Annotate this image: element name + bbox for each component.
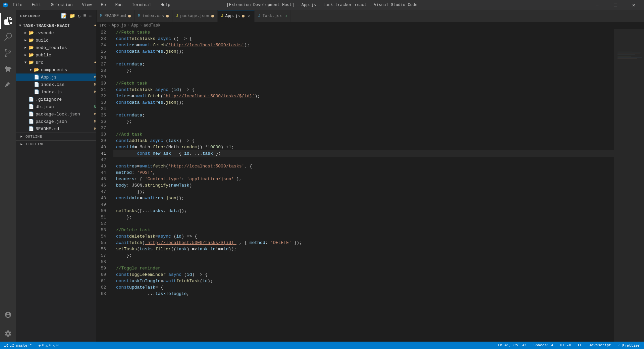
tab-readme[interactable]: M README.md: [97, 10, 135, 22]
menu-file[interactable]: File: [11, 1, 24, 9]
breadcrumb-appjs[interactable]: App.js: [112, 23, 126, 28]
breadcrumb: src › App.js › App › addTask: [97, 22, 644, 29]
code-line-53: //Delete task: [113, 227, 614, 233]
file-icon-appjs: 📄: [34, 74, 40, 80]
title-bar-title: [Extension Development Host] - App.js - …: [227, 3, 418, 7]
tree-item-node-modules[interactable]: ► 📂 node_modules: [16, 44, 96, 51]
tree-label-indexjs: index.js: [41, 90, 93, 95]
line-number-34: 34: [97, 106, 109, 112]
file-icon-readme: 📄: [28, 126, 34, 132]
line-number-61: 61: [97, 278, 109, 284]
title-bar: File Edit Selection View Go Run Terminal…: [0, 0, 644, 10]
minimize-button[interactable]: –: [590, 0, 605, 10]
activity-account[interactable]: [0, 307, 16, 323]
code-line-34: [113, 106, 614, 112]
activity-settings[interactable]: [0, 326, 16, 342]
tree-item-dbjson[interactable]: ► 📄 db.json U: [16, 103, 96, 110]
git-branch-icon: ⎇: [4, 343, 8, 348]
outline-section-header[interactable]: ► OUTLINE: [16, 133, 96, 140]
sidebar-header: EXPLORER 📝 📁 ↻ ≡ ⋯: [16, 10, 96, 22]
tree-item-readme[interactable]: ► 📄 README.md M: [16, 125, 96, 133]
activity-explorer[interactable]: [0, 13, 16, 29]
outline-label: OUTLINE: [25, 135, 42, 139]
line-number-46: 46: [97, 182, 109, 189]
tree-arrow-public: ►: [23, 53, 28, 57]
line-number-56: 56: [97, 246, 109, 252]
close-button[interactable]: ✕: [626, 0, 641, 10]
folder-icon-vscode: 📂: [28, 30, 34, 36]
activity-extensions[interactable]: [0, 77, 16, 93]
tree-root[interactable]: ▼ TASK-TRACKER-REACT ●: [16, 22, 96, 29]
line-number-37: 37: [97, 125, 109, 131]
code-line-40: const id = Math.floor(Math.random() * 10…: [113, 144, 614, 150]
status-cursor-position[interactable]: Ln 41, Col 41: [496, 342, 528, 349]
tree-item-appjs[interactable]: ► 📄 App.js M: [16, 73, 96, 81]
breadcrumb-app[interactable]: App: [131, 23, 139, 28]
tree-label-node-modules: node_modules: [36, 45, 96, 50]
menu-terminal[interactable]: Terminal: [130, 1, 153, 9]
tree-item-packagejson[interactable]: ► 📄 package.json M: [16, 118, 96, 125]
line-number-40: 40: [97, 144, 109, 150]
tree-item-vscode[interactable]: ► 📂 .vscode: [16, 29, 96, 37]
breadcrumb-addtask[interactable]: addTask: [144, 23, 160, 28]
tab-appjs[interactable]: J App.js ✕: [218, 10, 255, 22]
tree-label-appjs: App.js: [41, 75, 93, 80]
tree-label-public: public: [36, 53, 96, 58]
tab-indexcss[interactable]: M index.css: [135, 10, 172, 22]
tree-item-src[interactable]: ▼ 📂 src ●: [16, 59, 96, 66]
language-label: JavaScript: [589, 343, 611, 347]
title-bar-left: File Edit Selection View Go Run Terminal…: [3, 1, 172, 9]
code-line-41: const newTask = { id, ...task };: [113, 150, 614, 157]
timeline-section: ► TIMELINE: [16, 140, 96, 148]
code-line-49: [113, 201, 614, 208]
tree-item-packagelock[interactable]: ► 📄 package-lock.json M: [16, 110, 96, 118]
line-number-62: 62: [97, 284, 109, 291]
activity-run-debug[interactable]: [0, 61, 16, 77]
status-git-branch[interactable]: ⎇ ⎇ master*: [3, 342, 33, 349]
tab-close-appjs[interactable]: ✕: [247, 13, 251, 19]
tree-item-indexjs[interactable]: ► 📄 index.js M: [16, 88, 96, 96]
code-editor[interactable]: 2223242526272829303132333435363738394041…: [97, 29, 614, 342]
error-icon: ⊗: [39, 343, 41, 348]
tree-label-packagejson: package.json: [36, 119, 93, 124]
activity-search[interactable]: [0, 29, 16, 45]
line-number-31: 31: [97, 87, 109, 93]
timeline-section-header[interactable]: ► TIMELINE: [16, 141, 96, 148]
line-number-33: 33: [97, 99, 109, 106]
editor-area: 2223242526272829303132333435363738394041…: [97, 29, 644, 342]
breadcrumb-src[interactable]: src: [99, 23, 107, 28]
status-errors[interactable]: ⊗ 0 ⚠ 0 △ 0: [37, 342, 60, 349]
status-indentation[interactable]: Spaces: 4: [532, 342, 554, 349]
refresh-button[interactable]: ↻: [77, 12, 81, 19]
outline-arrow: ►: [19, 135, 24, 139]
tab-packagejson[interactable]: J package.json: [172, 10, 218, 22]
collapse-button[interactable]: ≡: [83, 12, 87, 19]
tree-item-indexcss[interactable]: ► 📄 index.css M: [16, 81, 96, 88]
status-line-ending[interactable]: LF: [577, 342, 584, 349]
menu-run[interactable]: Run: [113, 1, 125, 9]
activity-source-control[interactable]: [0, 45, 16, 61]
status-encoding[interactable]: UTF-8: [559, 342, 573, 349]
tree-item-public[interactable]: ► 📂 public: [16, 51, 96, 59]
menu-selection[interactable]: Selection: [49, 1, 75, 9]
menu-help[interactable]: Help: [159, 1, 172, 9]
status-prettier[interactable]: ✓ Prettier: [616, 342, 641, 349]
menu-go[interactable]: Go: [99, 1, 108, 9]
line-number-41: 41: [97, 150, 109, 157]
menu-edit[interactable]: Edit: [30, 1, 44, 9]
tab-taskjsx[interactable]: J Task.jsx U: [255, 10, 290, 22]
tree-item-build[interactable]: ► 📂 build: [16, 37, 96, 44]
tree-item-components[interactable]: ► 📂 components: [16, 66, 96, 73]
line-number-51: 51: [97, 214, 109, 220]
minimap-content: [614, 29, 644, 342]
status-language[interactable]: JavaScript: [588, 342, 612, 349]
main-layout: EXPLORER 📝 📁 ↻ ≡ ⋯ ▼ TASK-TRACKER-REACT …: [0, 10, 644, 342]
maximize-button[interactable]: □: [608, 0, 623, 10]
menu-view[interactable]: View: [80, 1, 94, 9]
new-folder-button[interactable]: 📁: [69, 12, 76, 19]
tree-item-gitignore[interactable]: ► 📄 .gitignore: [16, 96, 96, 103]
tree-badge-root: ●: [94, 23, 96, 28]
tab-label-taskjsx: Task.jsx: [263, 14, 282, 18]
new-file-button[interactable]: 📝: [60, 12, 67, 19]
ellipsis-button[interactable]: ⋯: [88, 12, 92, 19]
